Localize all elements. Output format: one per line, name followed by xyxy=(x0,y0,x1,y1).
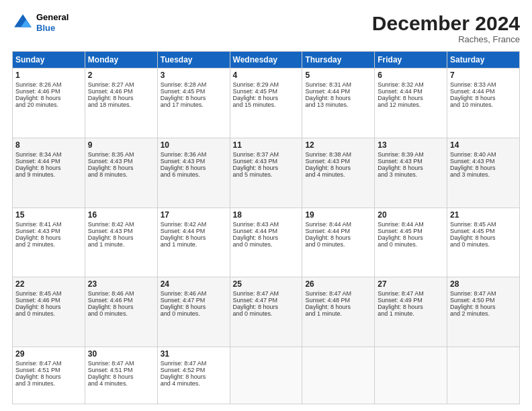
day-number: 27 xyxy=(378,279,444,289)
daylight-text: and 8 minutes. xyxy=(88,171,154,178)
daylight-text: Daylight: 8 hours xyxy=(88,234,154,241)
daylight-text: and 4 minutes. xyxy=(305,171,371,178)
sunset-text: Sunset: 4:45 PM xyxy=(450,228,517,234)
daylight-text: Daylight: 8 hours xyxy=(305,95,371,101)
table-row: 2Sunrise: 8:27 AMSunset: 4:46 PMDaylight… xyxy=(85,68,157,138)
col-tuesday: Tuesday xyxy=(157,52,230,68)
daylight-text: and 2 minutes. xyxy=(15,241,82,248)
daylight-text: Daylight: 8 hours xyxy=(378,234,444,241)
table-row: 22Sunrise: 8:45 AMSunset: 4:46 PMDayligh… xyxy=(13,277,85,347)
table-row: 28Sunrise: 8:47 AMSunset: 4:50 PMDayligh… xyxy=(447,277,520,347)
table-row: 19Sunrise: 8:44 AMSunset: 4:44 PMDayligh… xyxy=(302,208,375,277)
day-number: 4 xyxy=(233,71,300,80)
sunset-text: Sunset: 4:43 PM xyxy=(161,158,227,165)
table-row: 8Sunrise: 8:34 AMSunset: 4:44 PMDaylight… xyxy=(13,138,85,208)
daylight-text: and 18 minutes. xyxy=(88,101,154,108)
sunrise-text: Sunrise: 8:45 AM xyxy=(15,290,82,297)
sunrise-text: Sunrise: 8:28 AM xyxy=(161,81,227,88)
day-number: 11 xyxy=(233,140,300,150)
table-row: 30Sunrise: 8:47 AMSunset: 4:51 PMDayligh… xyxy=(85,347,157,404)
sunrise-text: Sunrise: 8:44 AM xyxy=(378,221,444,228)
daylight-text: Daylight: 8 hours xyxy=(15,165,82,171)
sunset-text: Sunset: 4:46 PM xyxy=(15,88,82,95)
daylight-text: and 3 minutes. xyxy=(378,171,444,178)
table-row: 13Sunrise: 8:39 AMSunset: 4:43 PMDayligh… xyxy=(375,138,447,208)
day-number: 21 xyxy=(450,210,517,220)
table-row: 3Sunrise: 8:28 AMSunset: 4:45 PMDaylight… xyxy=(157,68,230,138)
sunrise-text: Sunrise: 8:27 AM xyxy=(88,81,154,88)
sunrise-text: Sunrise: 8:37 AM xyxy=(233,151,300,158)
day-number: 31 xyxy=(161,349,227,359)
daylight-text: and 0 minutes. xyxy=(378,241,444,248)
daylight-text: and 17 minutes. xyxy=(161,101,227,108)
daylight-text: Daylight: 8 hours xyxy=(233,304,300,310)
daylight-text: and 1 minute. xyxy=(305,310,371,317)
location: Raches, France xyxy=(372,34,520,44)
sunset-text: Sunset: 4:43 PM xyxy=(15,228,82,234)
daylight-text: and 1 minute. xyxy=(161,241,227,248)
daylight-text: Daylight: 8 hours xyxy=(15,304,82,310)
daylight-text: and 15 minutes. xyxy=(233,101,300,108)
daylight-text: and 0 minutes. xyxy=(233,310,300,317)
daylight-text: and 13 minutes. xyxy=(305,101,371,108)
table-row xyxy=(230,347,302,404)
sunset-text: Sunset: 4:51 PM xyxy=(15,367,82,373)
sunrise-text: Sunrise: 8:46 AM xyxy=(88,290,154,297)
daylight-text: Daylight: 8 hours xyxy=(378,304,444,310)
day-number: 7 xyxy=(450,71,517,80)
sunset-text: Sunset: 4:44 PM xyxy=(15,158,82,165)
sunset-text: Sunset: 4:45 PM xyxy=(161,88,227,95)
title-block: December 2024 Raches, France xyxy=(372,12,520,44)
sunrise-text: Sunrise: 8:46 AM xyxy=(161,290,227,297)
logo-icon xyxy=(12,12,34,34)
table-row: 14Sunrise: 8:40 AMSunset: 4:43 PMDayligh… xyxy=(447,138,520,208)
daylight-text: and 0 minutes. xyxy=(450,241,517,248)
table-row: 21Sunrise: 8:45 AMSunset: 4:45 PMDayligh… xyxy=(447,208,520,277)
sunrise-text: Sunrise: 8:39 AM xyxy=(378,151,444,158)
daylight-text: Daylight: 8 hours xyxy=(15,95,82,101)
month-title: December 2024 xyxy=(372,12,520,34)
table-row: 5Sunrise: 8:31 AMSunset: 4:44 PMDaylight… xyxy=(302,68,375,138)
sunset-text: Sunset: 4:44 PM xyxy=(450,88,517,95)
daylight-text: Daylight: 8 hours xyxy=(15,234,82,241)
daylight-text: and 0 minutes. xyxy=(88,310,154,317)
day-number: 29 xyxy=(15,349,82,359)
daylight-text: and 2 minutes. xyxy=(450,310,517,317)
day-number: 10 xyxy=(161,140,227,150)
daylight-text: and 3 minutes. xyxy=(15,380,82,387)
day-number: 8 xyxy=(15,140,82,150)
sunrise-text: Sunrise: 8:41 AM xyxy=(15,221,82,228)
daylight-text: Daylight: 8 hours xyxy=(450,304,517,310)
col-sunday: Sunday xyxy=(13,52,85,68)
day-number: 22 xyxy=(15,279,82,289)
day-number: 5 xyxy=(305,71,371,80)
daylight-text: and 4 minutes. xyxy=(88,380,154,387)
sunrise-text: Sunrise: 8:47 AM xyxy=(161,360,227,367)
sunrise-text: Sunrise: 8:44 AM xyxy=(305,221,371,228)
table-row: 31Sunrise: 8:47 AMSunset: 4:52 PMDayligh… xyxy=(157,347,230,404)
sunrise-text: Sunrise: 8:47 AM xyxy=(305,290,371,297)
daylight-text: Daylight: 8 hours xyxy=(161,304,227,310)
sunrise-text: Sunrise: 8:35 AM xyxy=(88,151,154,158)
sunrise-text: Sunrise: 8:45 AM xyxy=(450,221,517,228)
daylight-text: and 0 minutes. xyxy=(233,241,300,248)
table-row: 12Sunrise: 8:38 AMSunset: 4:43 PMDayligh… xyxy=(302,138,375,208)
calendar-page: General Blue December 2024 Raches, Franc… xyxy=(0,0,532,411)
sunset-text: Sunset: 4:43 PM xyxy=(233,158,300,165)
sunrise-text: Sunrise: 8:26 AM xyxy=(15,81,82,88)
sunrise-text: Sunrise: 8:38 AM xyxy=(305,151,371,158)
table-row: 4Sunrise: 8:29 AMSunset: 4:45 PMDaylight… xyxy=(230,68,302,138)
daylight-text: Daylight: 8 hours xyxy=(88,373,154,380)
daylight-text: and 3 minutes. xyxy=(450,171,517,178)
table-row: 1Sunrise: 8:26 AMSunset: 4:46 PMDaylight… xyxy=(13,68,85,138)
col-wednesday: Wednesday xyxy=(230,52,302,68)
daylight-text: and 0 minutes. xyxy=(161,310,227,317)
sunrise-text: Sunrise: 8:29 AM xyxy=(233,81,300,88)
sunrise-text: Sunrise: 8:42 AM xyxy=(88,221,154,228)
daylight-text: Daylight: 8 hours xyxy=(450,165,517,171)
daylight-text: Daylight: 8 hours xyxy=(305,165,371,171)
header: General Blue December 2024 Raches, Franc… xyxy=(12,12,520,44)
table-row xyxy=(302,347,375,404)
sunset-text: Sunset: 4:43 PM xyxy=(88,158,154,165)
daylight-text: and 1 minute. xyxy=(378,310,444,317)
